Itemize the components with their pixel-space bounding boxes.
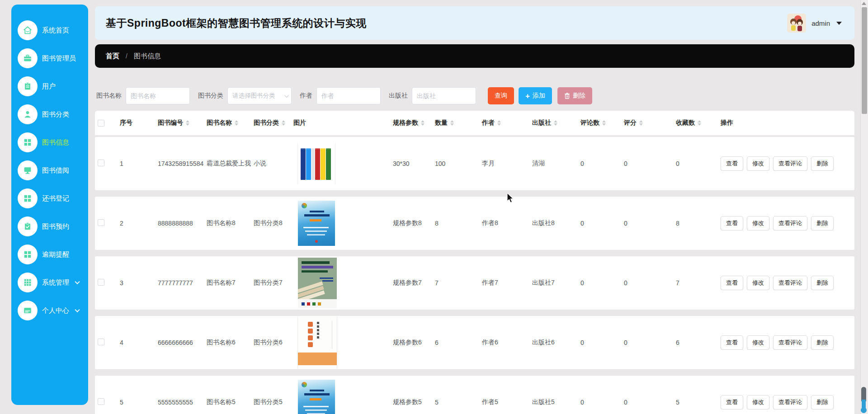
- edit-button[interactable]: 修改: [747, 156, 769, 171]
- username-label: admin: [811, 19, 830, 27]
- chevron-down-icon: [75, 279, 80, 284]
- view-comments-button[interactable]: 查看评论: [773, 335, 807, 350]
- sidebar-item-book-categories[interactable]: 图书分类: [11, 100, 88, 128]
- cell-comments: 0: [578, 279, 622, 287]
- view-button[interactable]: 查看: [721, 335, 743, 350]
- view-button[interactable]: 查看: [721, 216, 743, 231]
- sidebar-item-book-info[interactable]: 图书信息: [11, 128, 88, 156]
- breadcrumb-home[interactable]: 首页: [106, 52, 119, 61]
- sidebar-item-users[interactable]: 用户: [11, 72, 88, 100]
- table-header: 序号 图书编号 图书名称 图书分类 图片 规格参数 数量 作者 出版社 评论数 …: [95, 111, 854, 135]
- sidebar-item-home[interactable]: 系统首页: [11, 16, 88, 44]
- sidebar-item-system-management[interactable]: 系统管理: [11, 268, 88, 296]
- cell-book-id: 5555555555: [156, 399, 204, 406]
- cell-no: 2: [118, 220, 156, 227]
- sort-icon[interactable]: [602, 120, 606, 126]
- sort-icon[interactable]: [186, 120, 189, 126]
- edit-button[interactable]: 修改: [747, 216, 769, 231]
- cell-favorites: 6: [674, 339, 716, 346]
- cell-spec: 规格参数5: [391, 398, 433, 406]
- scroll-up-arrow-icon[interactable]: [862, 2, 866, 5]
- cell-comments: 0: [578, 399, 622, 406]
- sort-icon[interactable]: [421, 120, 425, 126]
- sort-icon[interactable]: [235, 120, 238, 126]
- view-comments-button[interactable]: 查看评论: [773, 276, 807, 290]
- view-button[interactable]: 查看: [721, 156, 743, 171]
- select-placeholder: 请选择图书分类: [232, 92, 275, 100]
- sort-icon[interactable]: [282, 120, 285, 126]
- delete-row-button[interactable]: 删除: [811, 216, 834, 231]
- person-icon: [23, 109, 33, 119]
- breadcrumb-separator: /: [126, 52, 127, 60]
- row-checkbox[interactable]: [98, 339, 104, 345]
- delete-row-button[interactable]: 删除: [811, 276, 834, 290]
- cell-comments: 0: [578, 160, 622, 167]
- inner-scrollbar-widget[interactable]: [861, 387, 867, 413]
- sort-icon[interactable]: [698, 120, 701, 126]
- view-button[interactable]: 查看: [721, 395, 743, 409]
- table-body: 1 1743258915584 霸道总裁爱上我 小说 30*30 100 李月 …: [95, 137, 854, 414]
- cell-book-name: 图书名称6: [204, 339, 251, 347]
- cell-qty: 5: [433, 399, 480, 406]
- select-all-checkbox[interactable]: [98, 120, 104, 127]
- sort-icon[interactable]: [554, 120, 557, 126]
- view-comments-button[interactable]: 查看评论: [773, 156, 807, 171]
- delete-button[interactable]: 删除: [557, 87, 592, 104]
- book-name-input[interactable]: [126, 87, 190, 104]
- delete-row-button[interactable]: 删除: [811, 156, 834, 171]
- sort-icon[interactable]: [497, 120, 501, 126]
- book-category-select[interactable]: 请选择图书分类: [227, 87, 292, 104]
- col-header-spec: 规格参数: [391, 119, 433, 127]
- edit-button[interactable]: 修改: [747, 276, 769, 290]
- table-row: 1 1743258915584 霸道总裁爱上我 小说 30*30 100 李月 …: [95, 137, 854, 190]
- delete-row-button[interactable]: 删除: [811, 395, 834, 409]
- cell-favorites: 8: [674, 220, 716, 227]
- sidebar-item-label: 个人中心: [42, 306, 69, 315]
- page-title: 基于SpringBoot框架的智慧图书管理系统的设计与实现: [106, 16, 367, 30]
- sidebar-item-book-return[interactable]: 还书登记: [11, 184, 88, 212]
- sidebar-item-overdue-reminder[interactable]: 逾期提醒: [11, 240, 88, 268]
- sort-icon[interactable]: [639, 120, 643, 126]
- sidebar-item-librarians[interactable]: 图书管理员: [11, 44, 88, 72]
- row-checkbox[interactable]: [98, 160, 104, 166]
- scroll-knob[interactable]: [861, 407, 867, 413]
- row-checkbox[interactable]: [98, 219, 104, 226]
- view-comments-button[interactable]: 查看评论: [773, 216, 807, 231]
- grid9-icon: [23, 278, 33, 287]
- cell-book-name: 图书名称8: [204, 219, 251, 227]
- browser-scrollbar-thumb[interactable]: [862, 7, 867, 114]
- author-input[interactable]: [316, 87, 381, 104]
- edit-button[interactable]: 修改: [747, 395, 769, 409]
- sidebar-item-personal-center[interactable]: 个人中心: [11, 296, 88, 325]
- view-button[interactable]: 查看: [721, 276, 743, 290]
- monitor-icon: [23, 165, 33, 175]
- chevron-down-icon: [284, 93, 289, 98]
- sidebar-item-book-reservation[interactable]: 图书预约: [11, 212, 88, 240]
- cell-publisher: 清湖: [530, 160, 578, 168]
- cell-publisher: 出版社7: [530, 279, 578, 287]
- row-checkbox[interactable]: [98, 398, 104, 405]
- avatar[interactable]: [787, 14, 806, 33]
- cell-category: 图书分类8: [251, 219, 291, 227]
- col-header-book-id: 图书编号: [156, 119, 204, 127]
- cell-spec: 规格参数8: [391, 219, 433, 227]
- cell-author: 作者8: [480, 219, 530, 227]
- sidebar: 系统首页 图书管理员 用户 图书分类 图书信息 图书借阅 还书登记 图书预约 逾…: [11, 5, 88, 405]
- search-button[interactable]: 查询: [488, 87, 514, 104]
- cell-publisher: 出版社6: [530, 339, 578, 347]
- browser-scrollbar-track[interactable]: [860, 0, 868, 414]
- sort-icon[interactable]: [450, 120, 454, 126]
- edit-button[interactable]: 修改: [747, 335, 769, 350]
- user-menu[interactable]: admin: [787, 14, 844, 33]
- col-header-comments: 评论数: [578, 119, 622, 127]
- cell-favorites: 5: [674, 399, 716, 406]
- view-comments-button[interactable]: 查看评论: [773, 395, 807, 409]
- publisher-input[interactable]: [412, 87, 476, 104]
- table-row: 3 7777777777 图书名称7 图书分类7 规格参数7 7 作者7 出版社…: [95, 256, 854, 310]
- book-cover-image: [298, 142, 335, 185]
- delete-row-button[interactable]: 删除: [811, 335, 834, 350]
- row-checkbox[interactable]: [98, 279, 104, 286]
- add-button[interactable]: +添加: [519, 87, 552, 104]
- sidebar-item-book-borrow[interactable]: 图书借阅: [11, 156, 88, 184]
- col-header-no: 序号: [118, 119, 156, 127]
